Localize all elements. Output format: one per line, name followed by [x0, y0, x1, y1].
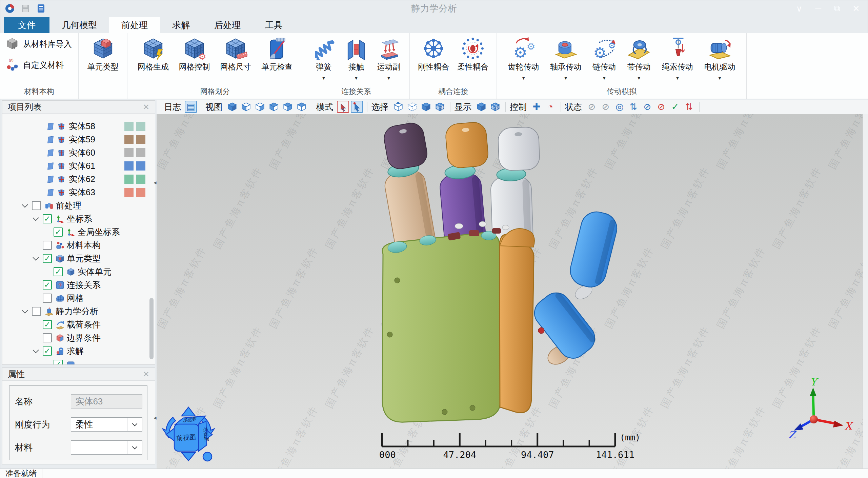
- expand-chevron-icon[interactable]: [33, 347, 39, 353]
- tree-checkbox[interactable]: ✓: [43, 320, 52, 329]
- minimize-button[interactable]: ─: [811, 1, 825, 16]
- show-all-icon[interactable]: ◎: [613, 101, 626, 113]
- tab-file[interactable]: 文件: [4, 17, 49, 33]
- tree-node-row[interactable]: 前处理: [2, 199, 155, 212]
- tab-tools[interactable]: 工具: [253, 17, 295, 33]
- expand-chevron-icon[interactable]: [22, 201, 28, 207]
- motion-joint-button-dropdown-icon[interactable]: ▼: [387, 76, 391, 80]
- expand-chevron-icon[interactable]: [22, 307, 28, 313]
- hide-body-icon[interactable]: ⊘: [586, 101, 598, 113]
- splitter-collapse-icon[interactable]: ◂: [154, 414, 157, 421]
- close-properties-panel-icon[interactable]: ✕: [143, 370, 149, 379]
- rigid-coupling-button[interactable]: 刚性耦合: [418, 35, 449, 72]
- entity-color-swatch[interactable]: [136, 148, 145, 157]
- tree-entity-row[interactable]: 实体61: [2, 159, 155, 173]
- tab-solve[interactable]: 求解: [160, 17, 202, 33]
- tree-checkbox[interactable]: ✓: [54, 227, 63, 237]
- entity-color-swatch[interactable]: [124, 135, 134, 144]
- spring-button[interactable]: 弹簧▼: [312, 35, 336, 80]
- expand-chevron-icon[interactable]: [33, 215, 39, 221]
- motor-drive-button-dropdown-icon[interactable]: ▼: [718, 76, 722, 80]
- contact-button-dropdown-icon[interactable]: ▼: [354, 76, 359, 80]
- tree-checkbox[interactable]: ✓: [43, 214, 52, 223]
- gear-drive-button[interactable]: ⚙⚙齿轮传动▼: [508, 35, 539, 80]
- spring-button-dropdown-icon[interactable]: ▼: [322, 76, 326, 80]
- mesh-generate-button[interactable]: 网格生成: [138, 35, 169, 72]
- tree-entity-row[interactable]: 实体62: [2, 173, 155, 186]
- gear-drive-button-dropdown-icon[interactable]: ▼: [521, 76, 526, 80]
- tree-node-row[interactable]: ✓: [2, 358, 155, 364]
- entity-color-swatch[interactable]: [124, 148, 134, 157]
- entity-color-swatch[interactable]: [136, 161, 145, 171]
- tree-checkbox[interactable]: ✓: [43, 346, 52, 356]
- tree-node-row[interactable]: ✓ 单元类型: [2, 252, 155, 265]
- tab-postprocess[interactable]: 后处理: [202, 17, 253, 33]
- tree-checkbox[interactable]: ✓: [43, 254, 52, 263]
- tree-checkbox[interactable]: [43, 294, 52, 303]
- hand-model[interactable]: [346, 121, 668, 443]
- entity-color-swatch[interactable]: [124, 122, 134, 131]
- motion-joint-button[interactable]: 运动副▼: [377, 35, 401, 80]
- entity-color-swatch[interactable]: [136, 175, 145, 184]
- element-check-button[interactable]: 单元检查: [261, 35, 292, 72]
- navigation-cube[interactable]: 前视图 右视图 顶视图: [161, 402, 217, 466]
- select-vertex-icon[interactable]: [392, 101, 404, 113]
- stiffness-behavior-select[interactable]: 柔性: [71, 417, 142, 432]
- name-field[interactable]: 实体63: [71, 394, 142, 409]
- entity-color-swatch[interactable]: [124, 161, 134, 171]
- tree-node-row[interactable]: 材料本构: [2, 239, 155, 252]
- chain-drive-button-dropdown-icon[interactable]: ▼: [602, 76, 606, 80]
- close-project-panel-icon[interactable]: ✕: [143, 102, 149, 112]
- view-back-icon[interactable]: [254, 101, 266, 113]
- suppress-all-icon[interactable]: ⊘: [655, 101, 667, 113]
- element-type-button[interactable]: 单元类型: [87, 35, 119, 72]
- tree-node-row[interactable]: ✓全局坐标系: [2, 225, 155, 239]
- display-shaded-icon[interactable]: [475, 101, 487, 113]
- tree-checkbox[interactable]: [43, 241, 52, 250]
- swap-visibility-icon[interactable]: ⇅: [627, 101, 640, 113]
- entity-color-swatch[interactable]: [124, 188, 134, 197]
- tree-entity-row[interactable]: 实体60: [2, 146, 155, 159]
- tree-checkbox[interactable]: [43, 333, 52, 342]
- mesh-control-button[interactable]: ⚙网格控制: [179, 35, 210, 72]
- tree-node-row[interactable]: ✓求解: [2, 344, 155, 358]
- hide-mesh-icon[interactable]: ⊘: [600, 101, 612, 113]
- select-face-icon[interactable]: [406, 101, 418, 113]
- view-right-icon[interactable]: [282, 101, 294, 113]
- tree-entity-row[interactable]: 实体58: [2, 120, 155, 133]
- pan-control-icon[interactable]: ✚: [530, 101, 543, 113]
- collapse-ribbon-button[interactable]: ∨: [792, 1, 806, 16]
- mesh-size-button[interactable]: 网格尺寸: [220, 35, 251, 72]
- entity-color-swatch[interactable]: [124, 175, 134, 184]
- tree-node-row[interactable]: ✓坐标系: [2, 212, 155, 225]
- tree-entity-row[interactable]: 实体59: [2, 133, 155, 146]
- material-select-dropdown-icon[interactable]: [127, 441, 142, 454]
- view-isometric-icon[interactable]: [226, 101, 238, 113]
- log-panel-toggle-icon[interactable]: ▤: [185, 101, 197, 113]
- view-top-icon[interactable]: [296, 101, 308, 113]
- splitter-collapse-icon[interactable]: ◂: [154, 179, 157, 186]
- belt-drive-button[interactable]: 带传动▼: [627, 35, 651, 80]
- custom-material-button[interactable]: (ρ)自定义材料: [5, 58, 78, 73]
- tree-node-row[interactable]: ✓载荷条件: [2, 318, 155, 331]
- tilt-down-arrow[interactable]: [182, 453, 195, 461]
- tree-checkbox[interactable]: ✓: [54, 267, 63, 276]
- tree-node-row[interactable]: ✓ 实体单元: [2, 265, 155, 278]
- flexible-coupling-button[interactable]: 柔性耦合: [457, 35, 488, 72]
- rope-drive-button[interactable]: 绳索传动▼: [662, 35, 693, 80]
- viewport-3d[interactable]: 国产鱼海π客软件国产鱼海π客软件国产鱼海π客软件国产鱼海π客软件国产鱼海π客软件…: [157, 114, 863, 469]
- tree-checkbox[interactable]: ✓: [54, 360, 63, 364]
- motor-drive-button[interactable]: 电机驱动▼: [704, 35, 735, 80]
- entity-color-swatch[interactable]: [136, 122, 145, 131]
- swap-suppress-icon[interactable]: ⇅: [683, 101, 695, 113]
- select-mesh-icon[interactable]: [434, 101, 446, 113]
- material-library-import-button[interactable]: 从材料库导入: [5, 37, 78, 52]
- contact-button[interactable]: 接触▼: [344, 35, 368, 80]
- restore-button[interactable]: ⧉: [830, 1, 844, 16]
- bearing-drive-button[interactable]: 轴承传动▼: [550, 35, 581, 80]
- entity-color-swatch[interactable]: [136, 188, 145, 197]
- entity-color-swatch[interactable]: [136, 135, 145, 144]
- close-button[interactable]: ✕: [849, 1, 863, 16]
- tree-scrollbar[interactable]: [149, 298, 154, 359]
- chain-drive-button[interactable]: ⚙⚙链传动▼: [592, 35, 616, 80]
